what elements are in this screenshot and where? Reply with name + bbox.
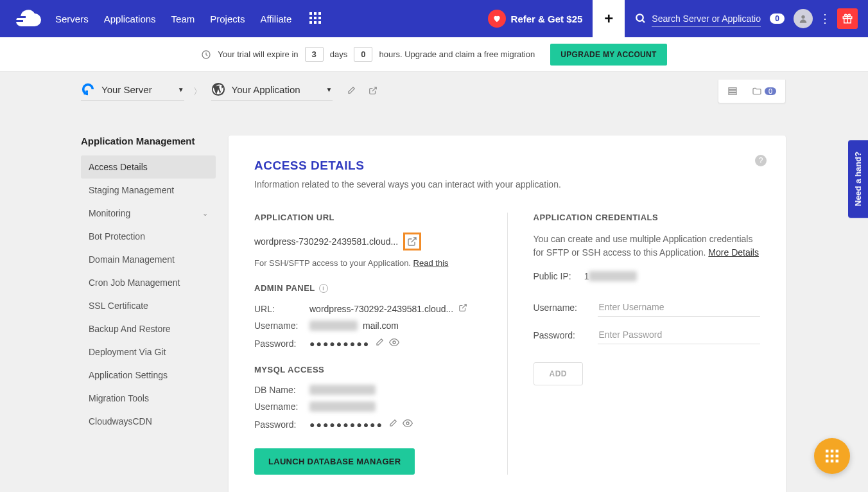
- sidebar-item-label: SSL Certificate: [89, 301, 148, 311]
- kebab-menu-icon[interactable]: ⋮: [819, 12, 831, 26]
- info-icon[interactable]: i: [319, 284, 328, 293]
- sidebar-item-bot-protection[interactable]: Bot Protection: [81, 225, 216, 248]
- svg-rect-3: [314, 12, 317, 15]
- left-column: APPLICATION URL wordpress-730292-2439581…: [254, 213, 482, 475]
- svg-rect-33: [831, 460, 833, 462]
- admin-pass-label: Password:: [254, 338, 309, 349]
- caret-down-icon: ▼: [326, 86, 333, 93]
- app-creds-desc: You can create and use multiple Applicat…: [534, 233, 761, 259]
- add-button[interactable]: +: [593, 0, 625, 37]
- sidebar-item-staging-management[interactable]: Staging Management: [81, 179, 216, 202]
- breadcrumb-app[interactable]: Your Application ▼: [211, 82, 333, 101]
- folder-count-badge: 0: [765, 87, 776, 95]
- svg-rect-6: [314, 17, 317, 19]
- sidebar-item-domain-management[interactable]: Domain Management: [81, 248, 216, 271]
- sidebar-item-access-details[interactable]: Access Details: [81, 155, 216, 179]
- app-url-label: APPLICATION URL: [254, 213, 482, 222]
- edit-icon[interactable]: [375, 338, 384, 349]
- launch-db-manager-button[interactable]: LAUNCH DATABASE MANAGER: [254, 448, 415, 475]
- fab-button[interactable]: [814, 438, 850, 474]
- svg-point-24: [393, 341, 395, 344]
- read-this-link[interactable]: Read this: [413, 258, 449, 268]
- svg-rect-32: [826, 460, 828, 462]
- sidebar-item-label: Bot Protection: [89, 231, 145, 242]
- wordpress-icon: [211, 82, 225, 96]
- sidebar-title: Application Management: [81, 136, 216, 146]
- brand-logo[interactable]: [10, 10, 42, 28]
- nav-affiliate[interactable]: Affiliate: [260, 13, 291, 24]
- trial-days-num: 3: [305, 47, 324, 62]
- svg-rect-30: [831, 455, 833, 457]
- open-app-url-button[interactable]: [403, 233, 421, 250]
- right-column: APPLICATION CREDENTIALS You can create a…: [534, 213, 761, 475]
- cred-password-input[interactable]: [598, 326, 761, 344]
- sidebar-item-label: Backup And Restore: [89, 324, 171, 334]
- search-icon: [635, 13, 647, 24]
- refer-button[interactable]: Refer & Get $25: [488, 10, 583, 28]
- gift-icon[interactable]: [837, 8, 858, 29]
- admin-pass-dots: ●●●●●●●●●: [309, 338, 370, 349]
- nav-projects[interactable]: Projects: [210, 13, 245, 24]
- edit-icon[interactable]: [347, 86, 356, 97]
- svg-rect-19: [84, 93, 86, 95]
- mysql-pass-dots: ●●●●●●●●●●●: [309, 419, 383, 430]
- apps-grid-icon[interactable]: [309, 12, 321, 26]
- external-link-icon[interactable]: [369, 86, 378, 97]
- caret-down-icon: ▼: [178, 86, 184, 93]
- breadcrumb-server[interactable]: Your Server ▼: [81, 82, 184, 101]
- sidebar-item-application-settings[interactable]: Application Settings: [81, 364, 216, 387]
- main-nav: Servers Applications Team Projects Affil…: [55, 13, 291, 24]
- nav-applications[interactable]: Applications: [104, 13, 156, 24]
- sidebar-item-migration-tools[interactable]: Migration Tools: [81, 387, 216, 410]
- trial-days-label: days: [330, 49, 347, 59]
- eye-icon[interactable]: [389, 337, 399, 349]
- grid-icon: [826, 450, 838, 462]
- list-view-icon[interactable]: [727, 86, 738, 96]
- sidebar-item-ssl-certificate[interactable]: SSL Certificate: [81, 294, 216, 317]
- svg-rect-8: [309, 21, 312, 24]
- folder-count[interactable]: 0: [752, 86, 776, 96]
- svg-rect-26: [826, 450, 828, 452]
- search-wrap: 0: [635, 11, 785, 27]
- sidebar-item-deployment-via-git[interactable]: Deployment Via Git: [81, 340, 216, 364]
- sidebar-item-label: Application Settings: [89, 370, 168, 380]
- sidebar-item-cloudwayscdn[interactable]: CloudwaysCDN: [81, 410, 216, 433]
- mysql-user-label: Username:: [254, 401, 309, 412]
- sidebar-item-label: CloudwaysCDN: [89, 416, 152, 426]
- user-avatar[interactable]: [794, 9, 813, 28]
- eye-icon[interactable]: [403, 418, 413, 430]
- trial-hours-label: hours. Upgrade and claim a free migratio…: [379, 49, 535, 59]
- svg-rect-0: [14, 16, 26, 18]
- breadcrumb-tools: 0: [718, 80, 786, 103]
- help-icon[interactable]: ?: [755, 155, 767, 166]
- svg-rect-7: [318, 17, 321, 19]
- need-a-hand-tab[interactable]: Need a hand?: [848, 140, 868, 218]
- svg-rect-28: [836, 450, 838, 452]
- cred-username-input[interactable]: [598, 298, 761, 317]
- main-layout: Application Management Access DetailsSta…: [0, 136, 868, 492]
- sidebar-item-backup-and-restore[interactable]: Backup And Restore: [81, 317, 216, 340]
- admin-user-redacted: xxxxx: [309, 321, 358, 331]
- mysql-user-redacted: xxxxxxxxx: [309, 401, 376, 412]
- sidebar-item-label: Staging Management: [89, 185, 174, 195]
- search-input[interactable]: [652, 11, 761, 27]
- top-header: Servers Applications Team Projects Affil…: [0, 0, 868, 37]
- sidebar-item-cron-job-management[interactable]: Cron Job Management: [81, 271, 216, 294]
- add-credential-button[interactable]: ADD: [534, 362, 584, 385]
- nav-team[interactable]: Team: [171, 13, 195, 24]
- nav-servers[interactable]: Servers: [55, 13, 89, 24]
- external-link-icon[interactable]: [458, 303, 467, 314]
- page-subtitle: Information related to the several ways …: [254, 179, 760, 189]
- public-ip-redacted: xxxxx: [589, 271, 637, 281]
- svg-rect-34: [836, 460, 838, 462]
- svg-rect-23: [729, 93, 736, 95]
- sidebar-item-monitoring[interactable]: Monitoring⌄: [81, 202, 216, 225]
- more-details-link[interactable]: More Details: [708, 247, 759, 258]
- sidebar-item-label: Access Details: [89, 162, 148, 172]
- upgrade-button[interactable]: UPGRADE MY ACCOUNT: [550, 44, 666, 66]
- trial-hours-num: 0: [354, 47, 372, 62]
- svg-rect-31: [836, 455, 838, 457]
- edit-icon[interactable]: [388, 419, 397, 430]
- public-ip-label: Public IP:: [534, 271, 571, 281]
- svg-rect-5: [309, 17, 312, 19]
